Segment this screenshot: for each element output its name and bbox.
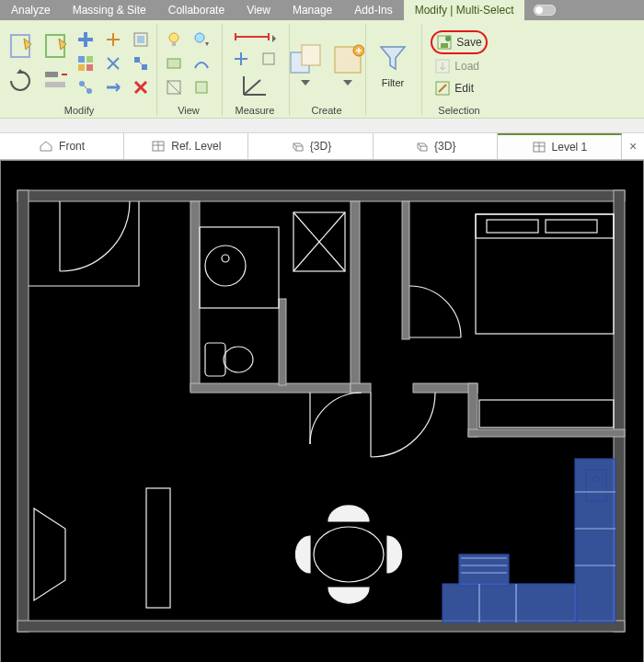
svg-rect-44	[402, 201, 409, 339]
selection-edit-label: Edit	[454, 82, 474, 95]
small-tool-icon[interactable]	[104, 30, 122, 49]
view-tool-icon[interactable]	[165, 54, 183, 73]
floor-plan-drawing	[1, 161, 643, 662]
panel-label: Selection	[438, 103, 479, 116]
svg-rect-10	[134, 57, 140, 63]
svg-rect-55	[479, 400, 614, 428]
selection-edit-button[interactable]: Edit	[431, 78, 477, 98]
svg-rect-17	[167, 59, 180, 68]
angle-tool-icon[interactable]	[241, 74, 269, 97]
menu-tab-label: Analyze	[11, 4, 51, 17]
svg-rect-40	[351, 383, 371, 393]
small-tool-icon[interactable]	[76, 78, 95, 97]
view-tab-3d-a[interactable]: {3D}	[248, 133, 373, 159]
view-tool-icon[interactable]	[165, 78, 183, 97]
svg-rect-26	[441, 43, 448, 48]
svg-rect-9	[86, 64, 93, 71]
view-tool-icon[interactable]	[192, 78, 211, 97]
plan-icon	[151, 140, 166, 153]
modify-tool-icon[interactable]	[6, 32, 34, 62]
view-tab-level1[interactable]: Level 1	[498, 133, 622, 159]
create-assembly-icon[interactable]	[287, 41, 324, 78]
ribbon: Modify View Measure	[0, 20, 644, 119]
svg-point-50	[224, 347, 253, 372]
view-tab-label: {3D}	[310, 140, 331, 153]
svg-rect-6	[78, 56, 85, 63]
view-tab-close-button[interactable]: ×	[622, 133, 644, 159]
dropdown-icon[interactable]	[343, 80, 352, 86]
align-tool-icon[interactable]	[41, 67, 69, 95]
ribbon-panel-view: View	[159, 24, 223, 116]
lightbulb-dropdown-icon[interactable]	[192, 30, 211, 49]
close-icon: ×	[629, 139, 637, 154]
svg-rect-47	[200, 227, 279, 308]
svg-rect-3	[84, 32, 87, 47]
svg-rect-36	[190, 201, 200, 391]
view-tab-3d-b[interactable]: {3D}	[374, 133, 498, 159]
view-tab-label: Level 1	[552, 141, 588, 154]
view-tab-label: {3D}	[434, 140, 455, 153]
svg-rect-38	[279, 299, 286, 385]
svg-rect-11	[142, 64, 147, 70]
plan-icon	[532, 141, 546, 154]
record-toggle[interactable]	[524, 0, 565, 20]
svg-rect-22	[302, 45, 320, 65]
ribbon-panel-modify: Modify	[6, 24, 157, 116]
view-tab-label: Ref. Level	[171, 140, 221, 153]
view-tab-ref-level[interactable]: Ref. Level	[124, 133, 248, 159]
load-selection-icon	[434, 58, 451, 74]
cube-icon	[414, 140, 429, 153]
delete-tool-icon[interactable]	[132, 78, 150, 97]
svg-rect-58	[575, 459, 615, 622]
svg-rect-60	[459, 554, 509, 586]
svg-rect-15	[172, 42, 176, 46]
small-tool-icon[interactable]	[76, 30, 95, 49]
selection-load-label: Load	[454, 60, 479, 73]
small-tool-icon[interactable]	[76, 54, 95, 73]
view-tab-front[interactable]: Front	[0, 133, 124, 159]
svg-point-46	[222, 255, 229, 262]
selection-save-button[interactable]: Save	[431, 30, 487, 54]
menu-tab-manage[interactable]: Manage	[282, 0, 343, 20]
small-tool-icon[interactable]	[104, 54, 122, 73]
menu-tab-modify-multiselect[interactable]: Modify | Multi-Select	[404, 0, 525, 20]
drawing-canvas[interactable]	[0, 160, 644, 662]
menu-tab-massing-site[interactable]: Massing & Site	[62, 0, 157, 20]
svg-rect-56	[146, 488, 170, 608]
svg-rect-52	[476, 214, 614, 238]
svg-point-14	[169, 33, 178, 42]
options-bar	[0, 119, 644, 133]
menu-tab-addins[interactable]: Add-Ins	[343, 0, 403, 20]
dimension-tool-icon[interactable]	[234, 29, 276, 44]
small-tool-icon[interactable]	[104, 78, 122, 97]
ribbon-panel-measure: Measure	[224, 24, 290, 116]
dropdown-icon[interactable]	[301, 80, 310, 86]
svg-rect-54	[546, 220, 597, 233]
small-tool-icon[interactable]	[132, 30, 150, 49]
menu-tab-collaborate[interactable]: Collaborate	[157, 0, 236, 20]
view-tab-label: Front	[59, 140, 85, 153]
filter-button[interactable]: Filter	[374, 39, 411, 88]
modify-tool-icon[interactable]	[41, 32, 69, 62]
rotate-tool-icon[interactable]	[6, 67, 34, 95]
measure-tool-icon[interactable]	[232, 50, 250, 68]
ribbon-panel-filter: Filter	[368, 24, 422, 116]
svg-rect-53	[487, 220, 538, 233]
view-tool-icon[interactable]	[192, 54, 211, 73]
svg-rect-39	[351, 201, 360, 393]
lightbulb-icon[interactable]	[165, 30, 183, 49]
ribbon-panel-create: Create	[292, 24, 366, 116]
filter-label: Filter	[382, 77, 404, 88]
menu-tab-view[interactable]: View	[236, 0, 282, 20]
measure-tool-icon[interactable]	[259, 50, 278, 68]
small-tool-icon[interactable]	[132, 54, 150, 73]
home-icon	[39, 140, 53, 153]
selection-load-button: Load	[431, 56, 483, 76]
menu-tab-analyze[interactable]: Analyze	[0, 0, 62, 20]
menu-tab-label: View	[247, 4, 270, 17]
svg-rect-43	[468, 429, 625, 437]
create-group-icon[interactable]	[329, 41, 366, 78]
svg-point-45	[205, 245, 246, 286]
panel-label	[391, 103, 394, 116]
cube-icon	[290, 140, 305, 153]
